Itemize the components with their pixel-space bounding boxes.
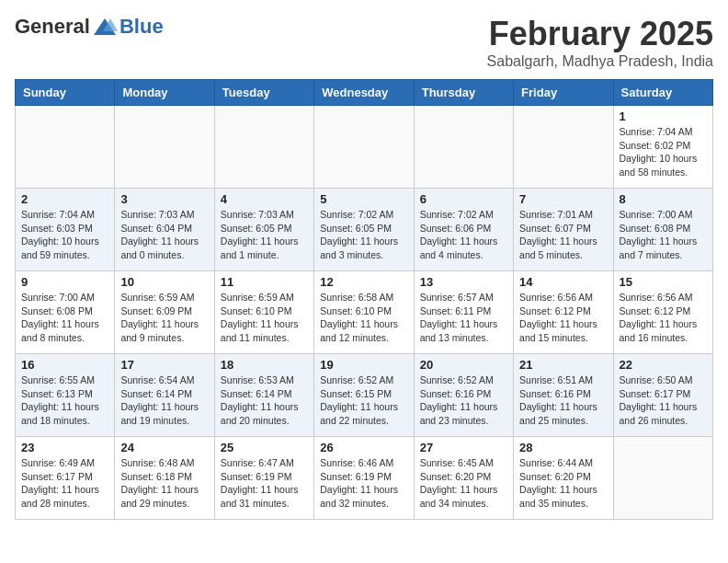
day-info: Sunrise: 6:54 AM Sunset: 6:14 PM Dayligh… <box>120 373 208 428</box>
logo: General Blue <box>15 15 164 39</box>
day-info: Sunrise: 7:02 AM Sunset: 6:06 PM Dayligh… <box>420 208 507 262</box>
title-block: February 2025 Sabalgarh, Madhya Pradesh,… <box>487 15 713 70</box>
day-info: Sunrise: 6:59 AM Sunset: 6:09 PM Dayligh… <box>120 291 208 345</box>
calendar-day-1: 1Sunrise: 7:04 AM Sunset: 6:02 PM Daylig… <box>613 106 712 189</box>
day-number: 11 <box>221 275 308 289</box>
calendar-empty-cell <box>514 106 613 189</box>
calendar-day-26: 26Sunrise: 6:46 AM Sunset: 6:19 PM Dayli… <box>314 437 414 520</box>
day-info: Sunrise: 7:00 AM Sunset: 6:08 PM Dayligh… <box>21 291 108 345</box>
day-info: Sunrise: 6:55 AM Sunset: 6:13 PM Dayligh… <box>21 373 108 428</box>
calendar-week-row: 23Sunrise: 6:49 AM Sunset: 6:17 PM Dayli… <box>16 437 713 520</box>
day-info: Sunrise: 6:56 AM Sunset: 6:12 PM Dayligh… <box>519 291 607 345</box>
day-number: 20 <box>420 358 507 372</box>
day-info: Sunrise: 6:57 AM Sunset: 6:11 PM Dayligh… <box>420 291 507 345</box>
day-number: 26 <box>320 441 407 454</box>
calendar-empty-cell <box>214 106 313 189</box>
day-number: 24 <box>120 441 208 454</box>
day-info: Sunrise: 7:04 AM Sunset: 6:02 PM Dayligh… <box>620 125 707 179</box>
day-info: Sunrise: 6:56 AM Sunset: 6:12 PM Dayligh… <box>620 291 707 345</box>
day-info: Sunrise: 7:03 AM Sunset: 6:05 PM Dayligh… <box>221 208 308 262</box>
day-info: Sunrise: 6:58 AM Sunset: 6:10 PM Dayligh… <box>320 291 407 345</box>
weekday-header-row: SundayMondayTuesdayWednesdayThursdayFrid… <box>16 80 713 106</box>
day-number: 8 <box>620 192 707 206</box>
calendar-empty-cell <box>613 437 712 520</box>
calendar-day-22: 22Sunrise: 6:50 AM Sunset: 6:17 PM Dayli… <box>613 354 712 437</box>
calendar-day-17: 17Sunrise: 6:54 AM Sunset: 6:14 PM Dayli… <box>115 354 214 437</box>
day-number: 18 <box>221 358 308 372</box>
logo-icon <box>92 17 118 37</box>
day-number: 27 <box>420 441 507 454</box>
calendar-day-25: 25Sunrise: 6:47 AM Sunset: 6:19 PM Dayli… <box>214 437 313 520</box>
day-number: 6 <box>420 192 507 206</box>
day-number: 1 <box>620 109 707 123</box>
calendar-day-13: 13Sunrise: 6:57 AM Sunset: 6:11 PM Dayli… <box>414 271 513 354</box>
day-number: 25 <box>221 441 308 454</box>
calendar-day-4: 4Sunrise: 7:03 AM Sunset: 6:05 PM Daylig… <box>214 189 313 271</box>
calendar-day-5: 5Sunrise: 7:02 AM Sunset: 6:05 PM Daylig… <box>314 189 414 271</box>
weekday-header-saturday: Saturday <box>613 80 712 106</box>
calendar-day-24: 24Sunrise: 6:48 AM Sunset: 6:18 PM Dayli… <box>115 437 214 520</box>
calendar-empty-cell <box>314 106 414 189</box>
calendar-day-2: 2Sunrise: 7:04 AM Sunset: 6:03 PM Daylig… <box>16 189 115 271</box>
weekday-header-tuesday: Tuesday <box>214 80 313 106</box>
calendar-day-11: 11Sunrise: 6:59 AM Sunset: 6:10 PM Dayli… <box>214 271 313 354</box>
calendar-day-7: 7Sunrise: 7:01 AM Sunset: 6:07 PM Daylig… <box>514 189 613 271</box>
calendar-week-row: 9Sunrise: 7:00 AM Sunset: 6:08 PM Daylig… <box>16 271 713 354</box>
calendar-day-16: 16Sunrise: 6:55 AM Sunset: 6:13 PM Dayli… <box>16 354 115 437</box>
day-number: 17 <box>120 358 208 372</box>
day-info: Sunrise: 6:49 AM Sunset: 6:17 PM Dayligh… <box>21 456 108 511</box>
day-number: 22 <box>620 358 707 372</box>
calendar-day-15: 15Sunrise: 6:56 AM Sunset: 6:12 PM Dayli… <box>613 271 712 354</box>
day-info: Sunrise: 6:46 AM Sunset: 6:19 PM Dayligh… <box>320 456 407 511</box>
logo-blue-text: Blue <box>119 15 164 39</box>
day-info: Sunrise: 6:45 AM Sunset: 6:20 PM Dayligh… <box>420 456 507 511</box>
day-number: 21 <box>519 358 607 372</box>
calendar-week-row: 2Sunrise: 7:04 AM Sunset: 6:03 PM Daylig… <box>16 189 713 271</box>
day-number: 16 <box>21 358 108 372</box>
calendar-day-28: 28Sunrise: 6:44 AM Sunset: 6:20 PM Dayli… <box>514 437 613 520</box>
calendar-empty-cell <box>414 106 513 189</box>
calendar-table: SundayMondayTuesdayWednesdayThursdayFrid… <box>15 79 713 520</box>
calendar-week-row: 1Sunrise: 7:04 AM Sunset: 6:02 PM Daylig… <box>16 106 713 189</box>
day-number: 3 <box>120 192 208 206</box>
calendar-day-14: 14Sunrise: 6:56 AM Sunset: 6:12 PM Dayli… <box>514 271 613 354</box>
calendar-day-12: 12Sunrise: 6:58 AM Sunset: 6:10 PM Dayli… <box>314 271 414 354</box>
day-number: 9 <box>21 275 108 289</box>
day-number: 14 <box>519 275 607 289</box>
calendar-day-8: 8Sunrise: 7:00 AM Sunset: 6:08 PM Daylig… <box>613 189 712 271</box>
day-info: Sunrise: 7:01 AM Sunset: 6:07 PM Dayligh… <box>519 208 607 262</box>
location-text: Sabalgarh, Madhya Pradesh, India <box>487 53 713 70</box>
calendar-day-27: 27Sunrise: 6:45 AM Sunset: 6:20 PM Dayli… <box>414 437 513 520</box>
page-header: General Blue February 2025 Sabalgarh, Ma… <box>15 15 713 70</box>
weekday-header-monday: Monday <box>115 80 214 106</box>
calendar-day-18: 18Sunrise: 6:53 AM Sunset: 6:14 PM Dayli… <box>214 354 313 437</box>
weekday-header-sunday: Sunday <box>16 80 115 106</box>
day-info: Sunrise: 7:02 AM Sunset: 6:05 PM Dayligh… <box>320 208 407 262</box>
day-number: 15 <box>620 275 707 289</box>
day-info: Sunrise: 6:51 AM Sunset: 6:16 PM Dayligh… <box>519 373 607 428</box>
day-number: 2 <box>21 192 108 206</box>
day-info: Sunrise: 6:59 AM Sunset: 6:10 PM Dayligh… <box>221 291 308 345</box>
day-number: 13 <box>420 275 507 289</box>
day-info: Sunrise: 6:52 AM Sunset: 6:15 PM Dayligh… <box>320 373 407 428</box>
calendar-day-23: 23Sunrise: 6:49 AM Sunset: 6:17 PM Dayli… <box>16 437 115 520</box>
calendar-day-21: 21Sunrise: 6:51 AM Sunset: 6:16 PM Dayli… <box>514 354 613 437</box>
day-number: 23 <box>21 441 108 454</box>
weekday-header-thursday: Thursday <box>414 80 513 106</box>
day-info: Sunrise: 6:53 AM Sunset: 6:14 PM Dayligh… <box>221 373 308 428</box>
day-info: Sunrise: 6:44 AM Sunset: 6:20 PM Dayligh… <box>519 456 607 511</box>
calendar-day-10: 10Sunrise: 6:59 AM Sunset: 6:09 PM Dayli… <box>115 271 214 354</box>
weekday-header-wednesday: Wednesday <box>314 80 414 106</box>
day-number: 7 <box>519 192 607 206</box>
calendar-day-6: 6Sunrise: 7:02 AM Sunset: 6:06 PM Daylig… <box>414 189 513 271</box>
day-info: Sunrise: 7:00 AM Sunset: 6:08 PM Dayligh… <box>620 208 707 262</box>
calendar-empty-cell <box>16 106 115 189</box>
day-number: 19 <box>320 358 407 372</box>
day-info: Sunrise: 7:04 AM Sunset: 6:03 PM Dayligh… <box>21 208 108 262</box>
calendar-day-20: 20Sunrise: 6:52 AM Sunset: 6:16 PM Dayli… <box>414 354 513 437</box>
calendar-empty-cell <box>115 106 214 189</box>
calendar-day-3: 3Sunrise: 7:03 AM Sunset: 6:04 PM Daylig… <box>115 189 214 271</box>
day-info: Sunrise: 6:52 AM Sunset: 6:16 PM Dayligh… <box>420 373 507 428</box>
day-number: 28 <box>519 441 607 454</box>
day-info: Sunrise: 6:47 AM Sunset: 6:19 PM Dayligh… <box>221 456 308 511</box>
